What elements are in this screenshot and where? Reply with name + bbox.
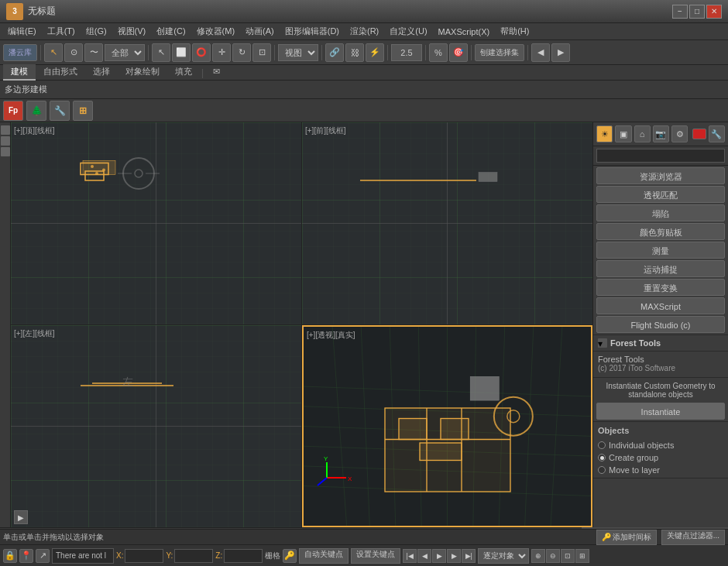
unlink-tool[interactable]: ⛓ — [345, 43, 364, 62]
rp-radio-create-group[interactable]: Create group — [598, 451, 723, 464]
menu-graph-editor[interactable]: 图形编辑器(D) — [280, 24, 344, 39]
coord-z-input[interactable] — [224, 549, 263, 563]
key-filter-btn[interactable]: 关键点过滤器... — [661, 530, 725, 545]
create-sel-set-btn[interactable]: 刨建选择集 — [475, 44, 524, 61]
bind-spacewarp-tool[interactable]: ⚡ — [366, 43, 384, 62]
viewport-perspective[interactable]: [+][透视][真实] — [302, 325, 592, 527]
menu-create[interactable]: 创建(C) — [152, 24, 190, 39]
extra-btn-3[interactable]: ⊡ — [561, 549, 575, 563]
rp-instantiate-btn[interactable]: Instantiate — [596, 403, 725, 420]
menu-modifier[interactable]: 修改器(M) — [192, 24, 240, 39]
nav-next[interactable]: ▶ — [551, 43, 570, 62]
rotate-tool[interactable]: ↻ — [232, 43, 251, 62]
menu-help[interactable]: 帮助(H) — [496, 24, 534, 39]
close-button[interactable]: ✕ — [706, 5, 722, 19]
paint-select-tool[interactable]: 〜 — [84, 43, 103, 62]
nav-prev[interactable]: ◀ — [531, 43, 550, 62]
rp-asset-browser-btn[interactable]: 资源浏览器 — [596, 167, 725, 184]
status-icon-pin[interactable]: 📍 — [19, 549, 33, 563]
rp-reset-transform-btn[interactable]: 重置变换 — [596, 279, 725, 296]
rp-icon-shape[interactable]: ▣ — [615, 125, 631, 142]
pb-play[interactable]: ▶ — [432, 549, 446, 563]
rp-flight-studio-btn[interactable]: Flight Studio (c) — [596, 316, 725, 333]
left-tool-2[interactable] — [1, 136, 10, 146]
pb-end[interactable]: ▶| — [462, 549, 476, 563]
left-tool-3[interactable] — [1, 147, 10, 156]
lasso-select-tool[interactable]: ⊙ — [64, 43, 83, 62]
rp-icon-camera[interactable]: 📷 — [653, 125, 669, 142]
menu-edit[interactable]: 编辑(E) — [3, 24, 41, 39]
menu-group[interactable]: 组(G) — [81, 24, 112, 39]
coord-y-input[interactable] — [174, 549, 213, 563]
tab-freeform[interactable]: 自由形式 — [36, 64, 85, 81]
viewport-left-play[interactable]: ▶ — [14, 510, 28, 524]
select-circle-tool[interactable]: ⭕ — [192, 43, 211, 62]
rp-icon-house[interactable]: ⌂ — [634, 125, 651, 142]
link-tool[interactable]: 🔗 — [325, 43, 344, 62]
viewport-left[interactable]: [+][左][线框] 左 ▶ — [11, 325, 301, 527]
rp-radio-move-layer[interactable]: Move to layer — [598, 464, 723, 476]
status-icon-arrow[interactable]: ↗ — [36, 549, 50, 563]
wrench-icon[interactable]: 🔧 — [50, 101, 70, 121]
rp-icon-wrench[interactable]: 🔧 — [709, 125, 725, 142]
maximize-button[interactable]: □ — [689, 5, 705, 19]
rp-radio-create-group-btn[interactable] — [598, 454, 606, 461]
extra-btn-4[interactable]: ⊞ — [575, 549, 589, 563]
coord-x-input[interactable] — [125, 549, 163, 563]
add-time-btn[interactable]: 🔑 添加时间标 — [596, 530, 657, 545]
cloud-library-btn[interactable]: 潘云库 — [3, 44, 37, 61]
rp-radio-individual[interactable]: Individual objects — [598, 439, 723, 451]
left-tool-1[interactable] — [1, 125, 10, 135]
grid-icon[interactable]: ⊞ — [73, 101, 93, 121]
menu-view[interactable]: 视图(V) — [113, 24, 151, 39]
select-region-tool[interactable]: ⬜ — [172, 43, 191, 62]
extra-btn-1[interactable]: ⊕ — [531, 549, 545, 563]
tree-icon[interactable]: 🌲 — [26, 101, 46, 121]
set-key-btn[interactable]: 设置关键点 — [351, 548, 400, 564]
tab-extra[interactable]: ✉ — [205, 65, 228, 80]
menu-animation[interactable]: 动画(A) — [241, 24, 279, 39]
tab-fill[interactable]: 填充 — [167, 64, 200, 81]
tab-modeling[interactable]: 建模 — [3, 64, 36, 81]
minimize-button[interactable]: − — [672, 5, 688, 19]
rp-icon-gear[interactable]: ⚙ — [671, 125, 688, 142]
key-icon[interactable]: 🔑 — [283, 549, 297, 563]
view-select[interactable]: 视图 — [278, 44, 318, 61]
menu-customize[interactable]: 自定义(U) — [385, 24, 431, 39]
rp-motion-capture-btn[interactable]: 运动捕捉 — [596, 260, 725, 277]
menu-render[interactable]: 渲染(R) — [345, 24, 383, 39]
rp-maxscript-btn[interactable]: MAXScript — [596, 297, 725, 314]
select-filter[interactable]: 全部 — [105, 44, 145, 61]
select-and-move-tool[interactable]: ↖ — [44, 43, 63, 62]
rp-radio-move-layer-btn[interactable] — [598, 466, 606, 474]
status-icon-lock[interactable]: 🔒 — [3, 549, 17, 563]
menu-tools[interactable]: 工具(T) — [43, 24, 80, 39]
coord-display[interactable]: 🎯 — [449, 43, 468, 62]
svg-point-8 — [102, 169, 105, 172]
rp-color-clipboard-btn[interactable]: 颜色剪贴板 — [596, 223, 725, 240]
tab-object-paint[interactable]: 对象绘制 — [118, 64, 167, 81]
rp-perspective-match-btn[interactable]: 透视匹配 — [596, 186, 725, 203]
select-tool[interactable]: ↖ — [152, 43, 170, 62]
pb-prev[interactable]: ◀ — [417, 549, 431, 563]
move-tool[interactable]: ✛ — [212, 43, 231, 62]
pb-start[interactable]: |◀ — [403, 549, 417, 563]
pb-next[interactable]: ▶ — [447, 549, 461, 563]
auto-key-btn[interactable]: 自动关键点 — [299, 548, 349, 564]
rp-radio-individual-btn[interactable] — [598, 441, 606, 449]
scale-tool[interactable]: ⊡ — [252, 43, 271, 62]
rp-measure-btn[interactable]: 测量 — [596, 242, 725, 259]
view-value-input[interactable]: 2.5 — [391, 44, 422, 61]
extra-btn-2[interactable]: ⊖ — [546, 549, 560, 563]
rp-ft-collapse-icon[interactable]: ▾ — [598, 338, 607, 348]
tab-select[interactable]: 选择 — [85, 64, 118, 81]
rp-collapse-btn[interactable]: 塌陷 — [596, 204, 725, 221]
menu-maxscript[interactable]: MAXScript(X) — [434, 26, 495, 38]
fp-icon[interactable]: Fp — [3, 101, 23, 121]
viewport-front[interactable]: [+][前][线框] — [302, 122, 592, 324]
viewport-top[interactable]: [+][顶][线框] — [11, 122, 301, 324]
select-obj-dropdown[interactable]: 逐定对象 — [478, 548, 529, 564]
rp-search-input[interactable] — [596, 149, 725, 163]
main-content: [+][顶][线框] — [0, 122, 728, 527]
rp-icon-sun[interactable]: ☀ — [596, 125, 613, 142]
